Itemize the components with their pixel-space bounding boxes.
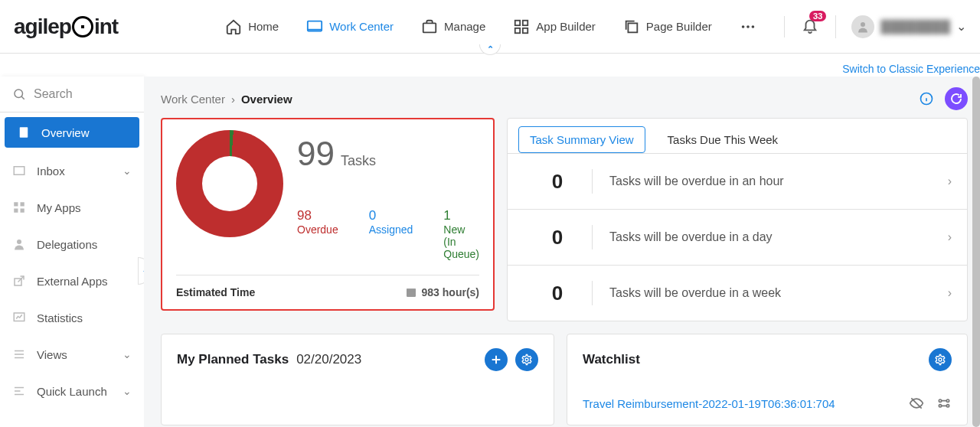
- svg-rect-16: [14, 209, 18, 213]
- calendar-icon: [405, 286, 417, 298]
- svg-point-25: [939, 358, 942, 361]
- unwatch-icon[interactable]: [909, 396, 924, 411]
- card-title: Watchlist: [583, 352, 640, 367]
- nav-manage[interactable]: Manage: [421, 18, 485, 35]
- info-icon[interactable]: [919, 91, 934, 106]
- sidebar-item-inbox[interactable]: Inbox ⌄: [0, 152, 144, 189]
- chevron-down-icon: ⌄: [956, 19, 966, 34]
- external-icon: [12, 274, 26, 288]
- chevron-down-icon: ⌄: [122, 165, 132, 177]
- apps-icon: [12, 200, 26, 214]
- svg-rect-12: [20, 127, 28, 138]
- svg-point-18: [17, 240, 21, 244]
- logo-text: agilep: [14, 15, 71, 39]
- breadcrumb: Work Center › Overview: [161, 87, 968, 110]
- sidebar: Search Overview Inbox ⌄ My Apps Delegati…: [0, 77, 144, 427]
- stat-new[interactable]: 1 New (In Queue): [443, 208, 479, 260]
- breadcrumb-parent[interactable]: Work Center: [161, 93, 225, 106]
- svg-rect-4: [515, 28, 520, 32]
- user-menu[interactable]: ████████ ⌄: [835, 15, 966, 38]
- nav-label: App Builder: [536, 20, 596, 33]
- nav-label: Manage: [444, 20, 485, 33]
- stat-count: 0: [369, 208, 413, 223]
- svg-rect-17: [21, 209, 24, 213]
- list-icon: [12, 347, 26, 361]
- sidebar-item-statistics[interactable]: Statistics: [0, 299, 144, 336]
- due-count: 0: [523, 282, 592, 305]
- main-content: Work Center › Overview 99 Tasks: [144, 77, 980, 427]
- switch-classic-link[interactable]: Switch to Classic Experience: [842, 63, 980, 75]
- sidebar-item-label: Quick Launch: [37, 385, 107, 398]
- sidebar-item-my-apps[interactable]: My Apps: [0, 189, 144, 226]
- svg-point-11: [15, 90, 23, 98]
- separator: [592, 225, 593, 249]
- separator: [592, 281, 593, 305]
- sidebar-item-label: Inbox: [37, 165, 65, 178]
- tasks-due-card: Task Summary View Tasks Due This Week 0 …: [507, 118, 968, 321]
- nav-home[interactable]: Home: [225, 18, 279, 35]
- total-tasks-count: 99: [297, 135, 335, 173]
- briefcase-icon: [421, 18, 438, 35]
- sidebar-item-views[interactable]: Views ⌄: [0, 336, 144, 373]
- stat-assigned[interactable]: 0 Assigned: [369, 208, 413, 260]
- task-donut-chart[interactable]: [176, 130, 283, 237]
- due-row-hour[interactable]: 0 Tasks will be overdue in an hour ›: [508, 153, 967, 209]
- options-icon[interactable]: [936, 396, 952, 411]
- nav-more[interactable]: [740, 18, 756, 35]
- sidebar-item-label: External Apps: [37, 275, 108, 288]
- add-planned-task-button[interactable]: [485, 348, 508, 371]
- nav-page-builder[interactable]: Page Builder: [623, 18, 712, 35]
- svg-rect-1: [423, 23, 436, 32]
- due-text: Tasks will be overdue in an hour: [609, 174, 784, 188]
- top-nav: Home Work Center Manage App Builder Page…: [225, 18, 756, 35]
- user-icon: [12, 237, 26, 251]
- watchlist-item: Travel Reimbursement-2022-01-19T06:36:01…: [583, 396, 952, 411]
- stat-label: Overdue: [297, 223, 338, 236]
- sidebar-item-label: Statistics: [37, 311, 83, 324]
- svg-point-7: [742, 25, 745, 28]
- nav-app-builder[interactable]: App Builder: [513, 18, 596, 35]
- refresh-button[interactable]: [945, 87, 968, 110]
- svg-rect-3: [523, 20, 528, 24]
- stat-overdue[interactable]: 98 Overdue: [297, 208, 338, 260]
- estimated-time-value: 983 hour(s): [422, 286, 479, 298]
- header-right: 33 ████████ ⌄: [784, 15, 966, 38]
- separator: [592, 169, 593, 194]
- due-count: 0: [523, 226, 592, 249]
- notification-badge: 33: [809, 11, 826, 21]
- svg-rect-2: [515, 20, 520, 24]
- breadcrumb-current: Overview: [241, 93, 292, 106]
- avatar: [851, 15, 874, 38]
- watchlist-link[interactable]: Travel Reimbursement-2022-01-19T06:36:01…: [583, 397, 835, 410]
- chevron-right-icon: ›: [948, 230, 952, 244]
- sidebar-item-quick-launch[interactable]: Quick Launch ⌄: [0, 373, 144, 409]
- watchlist-settings-button[interactable]: [929, 348, 952, 371]
- due-text: Tasks will be overdue in a day: [609, 230, 773, 244]
- grid-icon: [513, 18, 530, 35]
- search-input[interactable]: Search: [0, 77, 144, 112]
- due-row-week[interactable]: 0 Tasks will be overdue in a week ›: [508, 265, 967, 321]
- svg-point-9: [751, 25, 754, 28]
- sidebar-item-delegations[interactable]: Delegations: [0, 226, 144, 262]
- planned-tasks-card: My Planned Tasks 02/20/2023: [161, 334, 554, 425]
- tab-task-summary-view[interactable]: Task Summary View: [518, 126, 645, 153]
- nav-label: Page Builder: [646, 20, 712, 33]
- due-row-day[interactable]: 0 Tasks will be overdue in a day ›: [508, 209, 967, 265]
- due-count: 0: [523, 170, 592, 194]
- notifications-button[interactable]: 33: [802, 17, 818, 37]
- sidebar-item-external-apps[interactable]: External Apps: [0, 262, 144, 299]
- planned-settings-button[interactable]: [515, 348, 538, 371]
- scrollbar[interactable]: [972, 77, 980, 427]
- tab-tasks-due-this-week[interactable]: Tasks Due This Week: [656, 126, 790, 153]
- chevron-right-icon: ›: [948, 174, 952, 188]
- card-title: My Planned Tasks: [177, 352, 289, 367]
- clipboard-icon: [17, 125, 31, 139]
- logo-gear-icon: [72, 16, 93, 37]
- chart-icon: [12, 311, 26, 324]
- watchlist-card: Watchlist Travel Reimbursement-2022-01-1…: [567, 334, 968, 425]
- nav-work-center[interactable]: Work Center: [306, 18, 394, 35]
- sidebar-item-overview[interactable]: Overview: [5, 117, 139, 148]
- svg-point-10: [861, 22, 865, 27]
- stat-label: Assigned: [369, 223, 413, 236]
- separator: [784, 16, 785, 37]
